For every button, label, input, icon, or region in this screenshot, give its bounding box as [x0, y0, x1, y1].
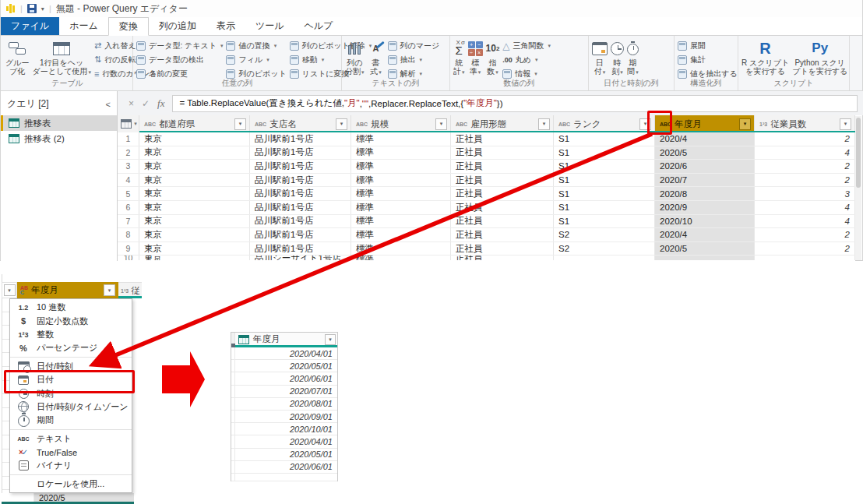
dropdown-icon: ▾	[88, 69, 91, 75]
menu-item-using-locale[interactable]: ロケールを使用...	[10, 478, 132, 491]
filter-dropdown-icon[interactable]: ▾	[325, 334, 336, 345]
dropdown-icon: ▾	[420, 57, 423, 63]
menu-item-whole-number[interactable]: 1²3整数	[10, 328, 132, 341]
dropdown-icon: ▾	[535, 57, 538, 63]
filter-dropdown-icon[interactable]: ▾	[739, 118, 751, 130]
ribbon-button-merge-columns[interactable]: 列のマージ	[388, 39, 440, 52]
menu-item-decimal-number[interactable]: 1.210 進数	[10, 301, 132, 314]
result-table-header[interactable]: 年度月 ▾	[231, 333, 337, 346]
menu-item-percentage[interactable]: %パーセンテージ	[10, 341, 132, 354]
cell: 東京	[139, 228, 250, 241]
window-title: 無題 - Power Query エディター	[56, 2, 188, 16]
ribbon-button-time[interactable]: 時刻▾	[611, 37, 624, 79]
ribbon-button-statistics[interactable]: Σ統計▾	[453, 37, 465, 79]
query-item-推移表[interactable]: 推移表	[1, 115, 117, 131]
fx-icon: fx	[157, 97, 164, 110]
tab-列の追加[interactable]: 列の追加	[149, 17, 206, 35]
result-row: 2020/09/01	[231, 411, 337, 423]
ribbon-button-label: 期	[629, 58, 637, 67]
quick-access-dropdown-icon[interactable]: ▾	[41, 5, 44, 12]
menu-item-label: 日付/時刻	[37, 361, 73, 372]
ribbon-button-replace-values[interactable]: 値の置換▾	[226, 39, 286, 52]
menu-item-date-time[interactable]: 日付/時刻	[10, 360, 132, 373]
query-item-推移表 (2)[interactable]: 推移表 (2)	[1, 131, 117, 146]
ribbon-button-standard[interactable]: +−÷×標準▾	[468, 37, 483, 79]
menu-item-binary[interactable]: バイナリ	[10, 459, 132, 472]
cell: 2020/7	[655, 174, 755, 187]
filter-dropdown-icon[interactable]: ▾	[538, 118, 550, 130]
menu-item-true-false[interactable]: ×✓True/False	[10, 446, 132, 459]
ribbon-button-expand[interactable]: 展開	[678, 39, 738, 52]
tab-ホーム[interactable]: ホーム	[59, 17, 108, 35]
ribbon-button-format[interactable]: A書式▾	[368, 37, 385, 79]
table-row: 5東京品川駅前1号店標準正社員S12020/83	[118, 187, 855, 201]
data-preview-table: ▾ABC都道府県▾ABC支店名▾ABC規模▾ABC雇用形態▾ABCランク▾ABC…	[118, 115, 855, 261]
filter-dropdown-icon[interactable]: ▾	[435, 118, 447, 130]
menu-item-label: 期間	[37, 414, 54, 426]
check-icon[interactable]: ✓	[142, 98, 150, 109]
filter-dropdown-icon[interactable]: ▾	[4, 284, 16, 296]
ribbon-button-date[interactable]: 日付▾	[592, 37, 608, 79]
cell: 品川駅前1号店	[250, 201, 351, 214]
ribbon: グループ化1行目をヘッダーとして使用▾⇄入れ替え⇅行の反転≡行数のカウントテーブ…	[1, 36, 862, 91]
tab-ファイル[interactable]: ファイル	[1, 17, 59, 35]
menu-item-fixed-decimal-number[interactable]: $固定小数点数	[10, 314, 132, 327]
ribbon-button-use-first-row-as-headers[interactable]: 1行目をヘッダーとして使用▾	[32, 37, 90, 79]
ribbon-button-group-by[interactable]: グループ化	[5, 37, 29, 79]
cell	[655, 256, 755, 260]
ribbon-button-rounding[interactable]: .00丸め▾	[502, 53, 551, 66]
tab-表示[interactable]: 表示	[206, 17, 245, 35]
cell: 正社員	[451, 242, 554, 256]
row-number: 8	[118, 228, 139, 241]
ribbon-button-trigonometry[interactable]: △三角関数▾	[502, 39, 551, 52]
cell: 品川駅前1号店	[250, 187, 351, 200]
ribbon-button-label: グルー	[5, 58, 29, 67]
filter-dropdown-icon[interactable]: ▾	[840, 118, 851, 130]
result-row: 2020/08/01	[231, 398, 337, 411]
fragment-year-month-header[interactable]: ABC 年度月 ▾	[17, 282, 118, 298]
ribbon-button-scientific[interactable]: 102指数▾	[486, 37, 500, 79]
formula-input[interactable]: = Table.ReplaceValue(置き換えられた値,"月","",Rep…	[172, 95, 858, 112]
column-action-icon	[290, 41, 299, 51]
tab-ツール[interactable]: ツール	[245, 17, 294, 35]
ribbon-button-run-r-script[interactable]: RR スクリプトを実行する	[741, 37, 789, 79]
menu-item-label: パーセンテージ	[37, 342, 97, 354]
ribbon-button-duration[interactable]: 期間▾	[627, 37, 639, 79]
menu-item-time[interactable]: 時刻	[10, 386, 132, 400]
menu-item-label: 整数	[37, 329, 54, 340]
dropdown-icon: ▾	[534, 71, 537, 77]
filter-dropdown-icon[interactable]: ▾	[104, 284, 115, 296]
ribbon-button-extract[interactable]: 抽出▾	[388, 53, 440, 66]
filter-dropdown-icon[interactable]: ▾	[234, 118, 246, 130]
text-type-icon[interactable]: ABC	[20, 285, 28, 295]
fragment-underlying-value-row: 2020/5	[2, 493, 134, 502]
menu-item-date-time-zone[interactable]: 日付/時刻/タイムゾーン	[10, 400, 132, 414]
python-script-icon: Py	[812, 41, 828, 56]
ribbon-group-label: テキストの列	[342, 78, 449, 89]
scrollbar-thumb[interactable]	[856, 118, 861, 188]
menu-item-text[interactable]: ABCテキスト	[10, 432, 132, 445]
ribbon-group-構造化列: 展開集計値を抽出する構造化列	[675, 36, 738, 90]
cancel-icon[interactable]: ×	[129, 98, 134, 109]
filter-dropdown-icon[interactable]: ▾	[639, 118, 651, 130]
table-corner-button[interactable]: ▾	[118, 115, 139, 132]
menu-item-date[interactable]: 日付	[10, 373, 132, 386]
ribbon-button-label: 式▾	[370, 67, 382, 76]
collapse-pane-icon[interactable]: <	[106, 100, 111, 109]
save-icon[interactable]	[27, 4, 37, 13]
menu-item-label: 10 進数	[37, 301, 65, 313]
ribbon-button-detect-data-type[interactable]: データ型の検出	[136, 53, 223, 66]
ribbon-button-run-python-script[interactable]: PyPython スクリプトを実行する	[792, 37, 847, 79]
tab-変換[interactable]: 変換	[108, 17, 149, 36]
column-action-icon	[502, 69, 512, 79]
ribbon-button-aggregate[interactable]: 集計	[678, 53, 738, 66]
column-label: 年度月	[675, 118, 736, 130]
vertical-scrollbar[interactable]	[855, 116, 861, 260]
result-value: 2020/06/01	[235, 461, 337, 473]
ribbon-button-fill[interactable]: フィル▾	[226, 53, 286, 66]
menu-item-duration[interactable]: 期間	[10, 414, 132, 427]
tab-ヘルプ[interactable]: ヘルプ	[294, 17, 343, 35]
filter-dropdown-icon[interactable]: ▾	[336, 118, 347, 130]
ribbon-button-data-type[interactable]: データ型: テキスト▾	[136, 39, 223, 52]
ribbon-button-split-column[interactable]: 列の分割▾	[345, 37, 365, 79]
